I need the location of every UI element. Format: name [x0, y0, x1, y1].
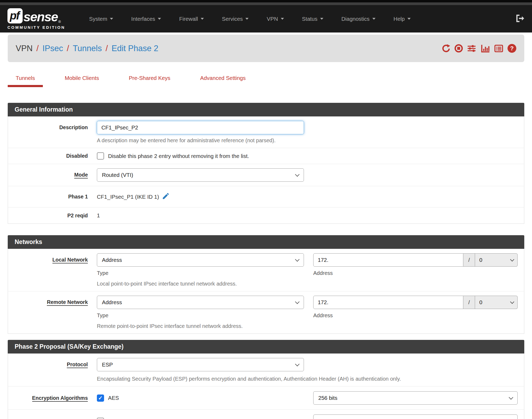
- aes-checkbox[interactable]: [97, 394, 104, 402]
- aes-checkbox-label: AES: [108, 395, 119, 401]
- breadcrumb-link-edit-phase2[interactable]: Edit Phase 2: [112, 44, 158, 53]
- row-phase1: Phase 1 CF1_IPsec_P1 (IKE ID 1): [8, 186, 524, 207]
- aes-keylength-value: 256 bits: [318, 395, 337, 401]
- edit-pencil-icon[interactable]: [162, 192, 170, 201]
- prefix-separator: /: [463, 296, 475, 309]
- nav-item-services[interactable]: Services: [213, 16, 258, 22]
- breadcrumb-link-tunnels[interactable]: Tunnels: [73, 44, 102, 53]
- sliders-icon[interactable]: [467, 44, 476, 53]
- nav-item-label: Diagnostics: [341, 16, 370, 22]
- chevron-down-icon: [110, 18, 113, 20]
- row-remote-network: Remote Network Address / 0 Type Address …: [8, 291, 524, 333]
- tab-advanced-settings[interactable]: Advanced Settings: [192, 75, 254, 87]
- chevron-down-icon: [158, 18, 161, 20]
- local-network-address-input[interactable]: [313, 253, 463, 267]
- log-icon[interactable]: [494, 44, 504, 53]
- nav-item-help[interactable]: Help: [385, 16, 420, 22]
- aes128gcm-checkbox-label: AES128-GCM: [108, 418, 143, 419]
- remote-network-prefix-value: 0: [479, 299, 482, 306]
- panel-heading: Networks: [8, 235, 524, 249]
- local-network-address-group: / 0: [313, 253, 518, 267]
- row-description: Description A description may be entered…: [8, 116, 524, 148]
- pfsense-logo-pf: pf: [7, 8, 23, 23]
- remote-network-address-caption: Address: [313, 312, 518, 319]
- protocol-label[interactable]: Protocol: [67, 361, 88, 368]
- nav-item-label: Help: [394, 16, 405, 22]
- disabled-checkbox[interactable]: [97, 152, 104, 160]
- stop-icon[interactable]: [455, 44, 463, 52]
- chevron-down-icon: [201, 18, 204, 20]
- remote-network-label[interactable]: Remote Network: [47, 299, 88, 306]
- sign-out-icon[interactable]: [515, 14, 525, 24]
- tab-pre-shared-keys[interactable]: Pre-Shared Keys: [121, 75, 178, 87]
- p2reqid-label: P2 reqid: [14, 213, 97, 219]
- row-protocol: Protocol ESP Encapsulating Security Payl…: [8, 353, 524, 386]
- local-network-type-select[interactable]: Address: [97, 253, 304, 267]
- description-help: A description may be entered here for ad…: [97, 137, 518, 144]
- nav-item-label: VPN: [267, 16, 278, 22]
- nav-item-vpn[interactable]: VPN: [258, 16, 293, 22]
- row-encryption-aes128gcm: AES128-GCM Auto: [8, 409, 524, 419]
- row-disabled: Disabled Disable this phase 2 entry with…: [8, 148, 524, 164]
- nav-item-system[interactable]: System: [80, 16, 122, 22]
- local-network-help: Local point-to-point IPsec interface tun…: [97, 281, 518, 287]
- remote-network-address-group: / 0: [313, 296, 518, 309]
- tab-mobile-clients[interactable]: Mobile Clients: [57, 75, 107, 87]
- panel-heading: General Information: [8, 103, 524, 116]
- registered-mark: ®: [58, 20, 61, 23]
- disabled-checkbox-label: Disable this phase 2 entry without remov…: [108, 153, 249, 159]
- protocol-help: Encapsulating Security Payload (ESP) per…: [97, 376, 518, 382]
- local-network-type-value: Address: [102, 257, 122, 263]
- aes128gcm-checkbox[interactable]: [97, 418, 104, 419]
- pfsense-logo[interactable]: pf sense ® COMMUNITY EDITION: [7, 8, 65, 30]
- remote-network-type-value: Address: [102, 299, 122, 306]
- nav-item-status[interactable]: Status: [293, 16, 332, 22]
- help-icon[interactable]: [508, 44, 516, 53]
- protocol-select[interactable]: ESP: [97, 358, 304, 371]
- navbar-menu: System Interfaces Firewall Services VPN …: [80, 16, 420, 22]
- chevron-down-icon: [407, 18, 411, 20]
- breadcrumb-separator: /: [36, 44, 39, 53]
- encryption-algorithms-label[interactable]: Encryption Algorithms: [32, 395, 88, 402]
- aes-keylength-select[interactable]: 256 bits: [313, 391, 518, 405]
- phase1-value: CF1_IPsec_P1 (IKE ID 1): [97, 194, 159, 200]
- row-encryption-aes: Encryption Algorithms AES 256 bits: [8, 386, 524, 409]
- local-network-prefix-select[interactable]: 0: [475, 253, 518, 267]
- remote-network-type-select[interactable]: Address: [97, 296, 304, 309]
- chevron-down-icon: [245, 18, 249, 20]
- breadcrumb-link-ipsec[interactable]: IPsec: [42, 44, 63, 53]
- tab-bar: Tunnels Mobile Clients Pre-Shared Keys A…: [8, 75, 524, 87]
- prefix-separator: /: [463, 253, 475, 267]
- nav-item-interfaces[interactable]: Interfaces: [122, 16, 170, 22]
- nav-item-label: Interfaces: [131, 16, 155, 22]
- top-navbar: pf sense ® COMMUNITY EDITION System Inte…: [0, 5, 532, 32]
- nav-item-firewall[interactable]: Firewall: [170, 16, 213, 22]
- remote-network-address-input[interactable]: [313, 296, 463, 309]
- phase1-label: Phase 1: [14, 194, 97, 200]
- breadcrumb-root: VPN: [16, 44, 33, 53]
- chevron-down-icon: [281, 18, 284, 20]
- pfsense-logo-subtitle: COMMUNITY EDITION: [7, 25, 65, 30]
- mode-select[interactable]: Routed (VTI): [97, 168, 304, 182]
- local-network-prefix-value: 0: [479, 257, 482, 263]
- mode-label[interactable]: Mode: [74, 172, 88, 178]
- pfsense-logo-row: pf sense ®: [7, 8, 65, 23]
- nav-item-label: Firewall: [179, 16, 198, 22]
- nav-item-label: Status: [302, 16, 317, 22]
- window-edge-top: [0, 0, 532, 2]
- description-label: Description: [14, 121, 97, 144]
- panel-general-information: General Information Description A descri…: [8, 103, 524, 224]
- tab-tunnels[interactable]: Tunnels: [8, 75, 43, 87]
- local-network-address-caption: Address: [313, 270, 518, 276]
- aes128gcm-keylength-select[interactable]: Auto: [313, 414, 518, 419]
- remote-network-prefix-select[interactable]: 0: [475, 296, 518, 309]
- mode-select-value: Routed (VTI): [102, 172, 133, 178]
- remote-network-type-caption: Type: [97, 312, 304, 319]
- chart-bar-icon[interactable]: [480, 44, 490, 53]
- breadcrumb-separator: /: [67, 44, 69, 53]
- description-input[interactable]: [97, 121, 304, 134]
- local-network-label[interactable]: Local Network: [52, 257, 88, 263]
- breadcrumb: VPN / IPsec / Tunnels / Edit Phase 2: [16, 44, 158, 53]
- refresh-icon[interactable]: [442, 44, 451, 53]
- nav-item-diagnostics[interactable]: Diagnostics: [332, 16, 385, 22]
